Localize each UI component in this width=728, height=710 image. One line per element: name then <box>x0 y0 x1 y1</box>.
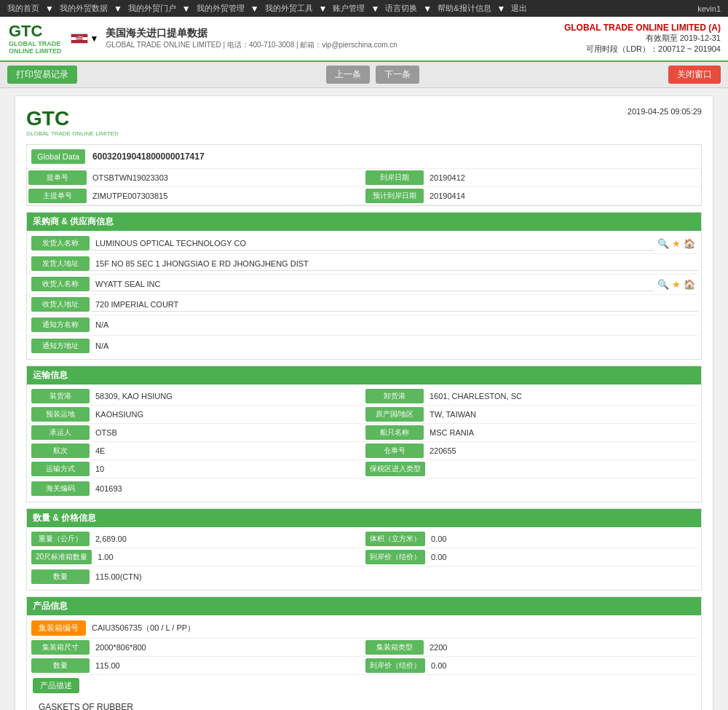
bonded-value <box>427 467 435 471</box>
customs-code-value: 401693 <box>91 482 127 495</box>
consignee-name-value: WYATT SEAL INC <box>91 277 654 291</box>
est-arrival-value: 20190414 <box>425 189 470 202</box>
container-size-label: 集装箱尺寸 <box>31 640 90 655</box>
consignee-actions: 🔍 ★ 🏠 <box>654 276 698 293</box>
transport-grid: 装货港 58309, KAO HSIUNG 卸货港 1601, CHARLEST… <box>30 387 698 478</box>
doc-header: GTC GLOBAL TRADE ONLINE LIMITED 2019-04-… <box>26 107 702 137</box>
voyage-value: 4E <box>91 444 109 457</box>
quantity-label: 数量 <box>31 569 90 584</box>
bill-label: 提单号 <box>28 170 87 185</box>
price-value: 0.00 <box>427 551 451 564</box>
pre-loading-label: 预装运地 <box>31 407 90 422</box>
container20-row: 20尺标准箱数量 1.00 <box>30 548 364 567</box>
product-section: 产品信息 集装箱编号 CAIU3506735（00 / L / PP） 集装箱尺… <box>26 596 702 710</box>
shipper-actions: 🔍 ★ 🏠 <box>654 235 698 252</box>
nav-tools[interactable]: 我的外贸工具 <box>265 3 313 14</box>
consignee-home-icon[interactable]: 🏠 <box>684 279 695 290</box>
transport-content: 装货港 58309, KAO HSIUNG 卸货港 1601, CHARLEST… <box>27 384 701 502</box>
nav-help[interactable]: 帮助&报计信息 <box>438 3 491 14</box>
vessel-row: 船只名称 MSC RANIA <box>364 424 698 442</box>
consignee-addr-label: 收货人地址 <box>31 297 90 312</box>
nav-import-data[interactable]: 我的外贸数据 <box>60 3 108 14</box>
consignee-addr-value: 720 IMPERIAL COURT <box>91 298 698 312</box>
master-bill-value: ZIMUTPE007303815 <box>88 189 172 202</box>
origin-label: 原产国/地区 <box>365 407 424 422</box>
transport-mode-value: 10 <box>91 462 108 476</box>
next-button-top[interactable]: 下一条 <box>376 66 419 84</box>
nav-account[interactable]: 账户管理 <box>333 3 365 14</box>
star-icon[interactable]: ★ <box>672 238 681 249</box>
product-section-title: 产品信息 <box>27 597 701 615</box>
header-title-area: 美国海关进口提单数据 GLOBAL TRADE ONLINE LIMITED |… <box>106 27 397 50</box>
transport-section-title: 运输信息 <box>27 366 701 384</box>
container-no-label[interactable]: 集装箱编号 <box>31 620 86 636</box>
bill-numbers-grid: 提单号 OTSBTWN19023303 到岸日期 20190412 主提单号 Z… <box>27 169 701 205</box>
container-size-row: 集装箱尺寸 2000*806*800 <box>30 639 364 657</box>
origin-value: TW, TAIWAN <box>425 408 480 421</box>
bonded-label: 保税区进入类型 <box>365 462 425 476</box>
nav-language[interactable]: 语言切换 <box>385 3 417 14</box>
transport-mode-row: 运输方式 10 <box>30 460 364 478</box>
doc-logo: GTC GLOBAL TRADE ONLINE LIMITED <box>26 107 119 137</box>
consignee-star-icon[interactable]: ★ <box>672 279 681 290</box>
top-navigation: 我的首页 ▼ 我的外贸数据 ▼ 我的外贸门户 ▼ 我的外贸管理 ▼ 我的外贸工具… <box>0 0 728 17</box>
product-quantity-label: 数量 <box>31 658 90 673</box>
doc-timestamp: 2019-04-25 09:05:29 <box>628 107 702 116</box>
bill-number-row: 提单号 OTSBTWN19023303 <box>27 169 364 187</box>
nav-logout[interactable]: 退出 <box>511 3 527 14</box>
notify-name-row: 通知方名称 N/A <box>30 315 698 336</box>
pre-loading-value: KAOHSIUNG <box>91 408 148 421</box>
master-bill-label: 主提单号 <box>28 189 87 203</box>
print-record-button-top[interactable]: 打印贸易记录 <box>7 66 77 84</box>
home-icon[interactable]: 🏠 <box>684 238 695 249</box>
product-desc-button[interactable]: 产品描述 <box>33 678 79 693</box>
header-left: GTC GLOBAL TRADEONLINE LIMITED 🇺🇸 ▼ 美国海关… <box>7 20 397 57</box>
prev-button-top[interactable]: 上一条 <box>326 66 370 84</box>
validity-info: 有效期至 2019-12-31 <box>564 33 721 44</box>
customs-code-row: 海关编码 401693 <box>30 478 698 499</box>
pre-loading-row: 预装运地 KAOHSIUNG <box>30 406 364 424</box>
product-quantity-value: 115.00 <box>91 659 124 672</box>
vessel-label: 船只名称 <box>365 425 424 440</box>
container-size-value: 2000*806*800 <box>91 641 151 654</box>
transport-mode-label: 运输方式 <box>31 462 90 476</box>
ldr-info: 可用时段（LDR）：200712 ~ 201904 <box>564 44 721 55</box>
loading-port-row: 装货港 58309, KAO HSIUNG <box>30 387 364 406</box>
company-name: GLOBAL TRADE ONLINE LIMITED (A) <box>564 23 721 33</box>
shipper-section-title: 采购商 & 供应商信息 <box>27 213 701 231</box>
main-content: GTC GLOBAL TRADE ONLINE LIMITED 2019-04-… <box>0 88 728 710</box>
header-right-info: GLOBAL TRADE ONLINE LIMITED (A) 有效期至 201… <box>564 23 721 55</box>
consignee-search-icon[interactable]: 🔍 <box>657 279 669 290</box>
quantity-row: 数量 115.00(CTN) <box>30 567 698 587</box>
product-price-value: 0.00 <box>427 659 451 672</box>
flag-selector[interactable]: 🇺🇸 ▼ <box>71 33 99 44</box>
close-button-top[interactable]: 关闭窗口 <box>668 66 721 84</box>
user-info: kevin1 <box>697 4 721 13</box>
notify-addr-label: 通知方地址 <box>31 339 90 353</box>
notify-name-label: 通知方名称 <box>31 317 90 332</box>
manifest-row: 仓单号 220655 <box>364 442 698 460</box>
page-title: 美国海关进口提单数据 <box>106 27 397 40</box>
arrival-label: 到岸日期 <box>365 170 424 185</box>
arrival-date-row: 到岸日期 20190412 <box>364 169 701 187</box>
quantity-value: 115.00(CTN) <box>91 570 146 583</box>
carrier-row: 承运人 OTSB <box>30 424 364 442</box>
product-quantity-row: 数量 115.00 <box>30 657 364 675</box>
shipper-addr-label: 发货人地址 <box>31 256 90 271</box>
shipper-content: 发货人名称 LUMINOUS OPTICAL TECHNOLOGY CO 🔍 ★… <box>27 231 701 359</box>
manifest-label: 仓单号 <box>365 443 424 458</box>
weight-value: 2,689.00 <box>91 532 131 545</box>
nav-trade-manage[interactable]: 我的外贸管理 <box>197 3 245 14</box>
nav-export-portal[interactable]: 我的外贸门户 <box>128 3 176 14</box>
global-data-label: Global Data <box>31 149 85 164</box>
nav-links: 我的首页 ▼ 我的外贸数据 ▼ 我的外贸门户 ▼ 我的外贸管理 ▼ 我的外贸工具… <box>7 3 527 14</box>
search-icon[interactable]: 🔍 <box>657 238 669 249</box>
container20-value: 1.00 <box>93 551 117 564</box>
origin-row: 原产国/地区 TW, TAIWAN <box>364 406 698 424</box>
discharge-port-row: 卸货港 1601, CHARLESTON, SC <box>364 387 698 406</box>
nav-home[interactable]: 我的首页 <box>7 3 39 14</box>
container-type-label: 集装箱类型 <box>365 640 424 655</box>
consignee-addr-row: 收货人地址 720 IMPERIAL COURT <box>30 295 698 315</box>
bonded-row: 保税区进入类型 <box>364 460 698 478</box>
voyage-row: 航次 4E <box>30 442 364 460</box>
